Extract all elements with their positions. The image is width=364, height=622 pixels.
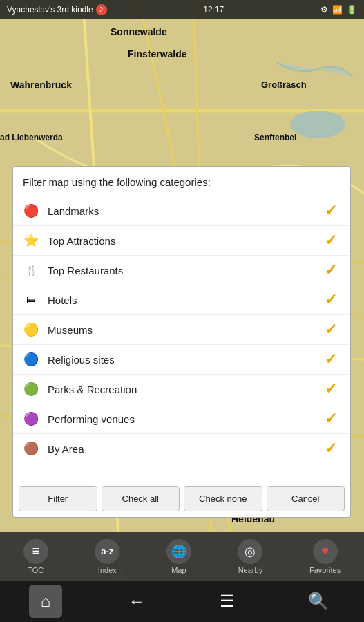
checkmark-top-restaurants: ✓: [325, 261, 337, 279]
back-button[interactable]: ←: [120, 585, 153, 618]
museums-icon: 🟡: [23, 321, 39, 338]
index-label: Index: [98, 566, 117, 574]
status-right: ⚙ 📶 🔋: [320, 5, 357, 15]
gear-icon: ⚙: [320, 5, 328, 15]
map-label-sonnewalde: Sonnewalde: [111, 26, 167, 37]
filter-button[interactable]: Filter: [19, 486, 97, 511]
hotels-label: Hotels: [48, 294, 321, 306]
top-restaurants-checkbox[interactable]: ✓: [321, 261, 341, 280]
checkmark-hotels: ✓: [325, 291, 337, 309]
svg-point-5: [290, 111, 345, 138]
museums-label: Museums: [48, 324, 321, 336]
cancel-button[interactable]: Cancel: [267, 486, 345, 511]
nearby-label: Nearby: [238, 566, 262, 574]
device-title: Vyacheslav's 3rd kindle: [7, 5, 93, 15]
index-icon: a-z: [95, 539, 119, 564]
religious-sites-icon: 🔵: [23, 351, 39, 368]
check-all-button[interactable]: Check all: [102, 486, 180, 511]
top-restaurants-icon: 🍴: [23, 262, 39, 279]
top-attractions-icon: ⭐: [23, 232, 39, 249]
category-item-parks-recreation[interactable]: 🟢 Parks & Recreation ✓: [13, 375, 350, 404]
checkmark-top-attractions: ✓: [325, 232, 337, 249]
checkmark-parks-recreation: ✓: [325, 380, 337, 398]
by-area-icon: 🟤: [23, 440, 39, 457]
map-label-wahrenbrueck: Wahrenbrück: [10, 79, 72, 91]
wifi-icon: 📶: [332, 5, 343, 15]
check-none-button[interactable]: Check none: [184, 486, 262, 511]
top-attractions-label: Top Attractions: [48, 235, 321, 247]
dialog-buttons: Filter Check all Check none Cancel: [13, 480, 350, 517]
map-label-liebenwerda: ad Liebenwerda: [0, 133, 63, 142]
status-left: Vyacheslav's 3rd kindle 2: [7, 4, 107, 15]
category-item-hotels[interactable]: 🛏 Hotels ✓: [13, 285, 350, 315]
nav-item-nearby[interactable]: ◎ Nearby: [238, 539, 262, 574]
checkmark-religious-sites: ✓: [325, 350, 337, 368]
bottom-nav: ≡ TOC a-z Index 🌐 Map ◎ Nearby ♥ Favorit…: [0, 532, 364, 581]
home-button[interactable]: ⌂: [29, 585, 62, 618]
toc-label: TOC: [28, 566, 44, 574]
footer-bar: ⌂ ← ☰ 🔍: [0, 581, 364, 622]
checkmark-by-area: ✓: [325, 440, 337, 458]
category-item-by-area[interactable]: 🟤 By Area ✓: [13, 434, 350, 463]
category-item-top-attractions[interactable]: ⭐ Top Attractions ✓: [13, 226, 350, 256]
landmarks-icon: 🔴: [23, 202, 39, 219]
category-item-landmarks[interactable]: 🔴 Landmarks ✓: [13, 196, 350, 226]
checkmark-landmarks: ✓: [325, 202, 337, 220]
landmarks-label: Landmarks: [48, 205, 321, 217]
map-label-finsterwalde: Finsterwalde: [128, 48, 187, 59]
top-attractions-checkbox[interactable]: ✓: [321, 231, 341, 250]
nav-item-toc[interactable]: ≡ TOC: [23, 539, 48, 574]
search-button[interactable]: 🔍: [302, 585, 335, 618]
landmarks-checkbox[interactable]: ✓: [321, 201, 341, 220]
checkmark-museums: ✓: [325, 321, 337, 339]
category-item-religious-sites[interactable]: 🔵 Religious sites ✓: [13, 345, 350, 375]
filter-dialog: Filter map using the following categorie…: [12, 166, 351, 518]
performing-venues-label: Performing venues: [48, 413, 321, 425]
checkmark-performing-venues: ✓: [325, 410, 337, 428]
by-area-label: By Area: [48, 443, 321, 455]
map-icon: 🌐: [166, 539, 191, 564]
category-list: 🔴 Landmarks ✓ ⭐ Top Attractions ✓ 🍴 Top …: [13, 194, 350, 466]
parks-recreation-label: Parks & Recreation: [48, 384, 321, 395]
map-label-senftenbei: Senftenbei: [254, 133, 296, 142]
category-item-performing-venues[interactable]: 🟣 Performing venues ✓: [13, 404, 350, 434]
clock: 12:17: [203, 5, 224, 15]
parks-recreation-checkbox[interactable]: ✓: [321, 379, 341, 399]
dialog-spacer: [13, 466, 350, 480]
status-bar: Vyacheslav's 3rd kindle 2 12:17 ⚙ 📶 🔋: [0, 0, 364, 19]
parks-recreation-icon: 🟢: [23, 381, 39, 397]
map-label: Map: [171, 566, 186, 574]
menu-button[interactable]: ☰: [211, 585, 244, 618]
nav-item-favorites[interactable]: ♥ Favorites: [309, 539, 341, 574]
performing-venues-icon: 🟣: [23, 411, 39, 427]
nav-item-index[interactable]: a-z Index: [95, 539, 119, 574]
religious-sites-checkbox[interactable]: ✓: [321, 350, 341, 369]
by-area-checkbox[interactable]: ✓: [321, 439, 341, 458]
favorites-icon: ♥: [313, 539, 338, 564]
nearby-icon: ◎: [238, 539, 262, 564]
notification-badge: 2: [96, 4, 107, 15]
map-label-grossraesch: Großräsch: [261, 79, 307, 90]
category-item-top-restaurants[interactable]: 🍴 Top Restaurants ✓: [13, 256, 350, 285]
battery-icon: 🔋: [347, 5, 357, 15]
toc-icon: ≡: [23, 539, 48, 564]
favorites-label: Favorites: [309, 566, 341, 574]
performing-venues-checkbox[interactable]: ✓: [321, 409, 341, 428]
nav-item-map[interactable]: 🌐 Map: [166, 539, 191, 574]
museums-checkbox[interactable]: ✓: [321, 320, 341, 339]
category-item-museums[interactable]: 🟡 Museums ✓: [13, 315, 350, 345]
dialog-title: Filter map using the following categorie…: [13, 167, 350, 194]
hotels-icon: 🛏: [23, 292, 39, 308]
religious-sites-label: Religious sites: [48, 354, 321, 366]
hotels-checkbox[interactable]: ✓: [321, 290, 341, 310]
top-restaurants-label: Top Restaurants: [48, 265, 321, 276]
